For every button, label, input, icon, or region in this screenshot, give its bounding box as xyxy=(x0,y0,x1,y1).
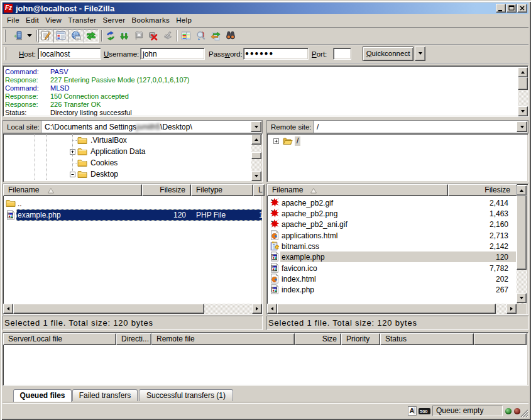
svg-text:A: A xyxy=(410,407,415,414)
svg-text:Fz: Fz xyxy=(5,4,12,11)
svg-text:500: 500 xyxy=(420,409,428,414)
